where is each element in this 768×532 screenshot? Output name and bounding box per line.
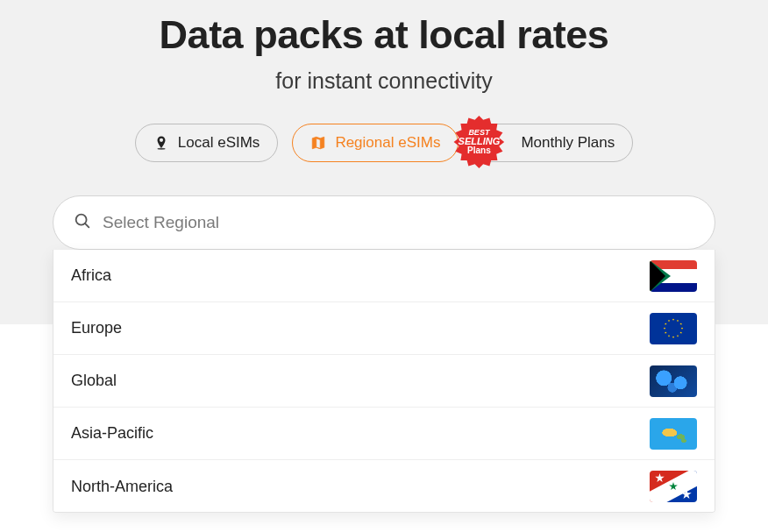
map-icon (310, 135, 326, 151)
tab-row: Local eSIMs Regional eSIMs BEST SELLING … (135, 124, 633, 162)
search-wrap: Africa Europe Global Asia-Pacific (53, 195, 715, 250)
region-label: Europe (71, 319, 122, 337)
region-label: Asia-Pacific (71, 424, 153, 443)
tab-label: Regional eSIMs (335, 134, 440, 152)
search-input[interactable] (103, 213, 695, 232)
region-option-asia-pacific[interactable]: Asia-Pacific (53, 408, 715, 460)
flag-north-america-icon (650, 471, 697, 502)
svg-point-0 (157, 148, 165, 150)
tab-label: Monthly Plans (521, 134, 615, 152)
region-option-africa[interactable]: Africa (53, 250, 715, 302)
page-title: Data packs at local rates (160, 12, 609, 58)
flag-asia-pacific-icon (650, 418, 697, 450)
region-dropdown[interactable]: Africa Europe Global Asia-Pacific (53, 250, 715, 513)
page-subtitle: for instant connectivity (275, 68, 492, 94)
tab-local-esims[interactable]: Local eSIMs (135, 124, 279, 162)
search-icon (73, 211, 92, 234)
region-option-north-america[interactable]: North-America (53, 460, 715, 513)
region-option-europe[interactable]: Europe (53, 302, 715, 355)
flag-south-africa-icon (650, 260, 697, 292)
badge-line3: Plans (467, 146, 491, 155)
region-label: Africa (71, 266, 111, 285)
flag-global-icon (650, 365, 697, 397)
best-selling-badge: BEST SELLING Plans (452, 116, 505, 168)
map-pin-icon (153, 135, 169, 151)
flag-eu-icon (650, 313, 697, 344)
page-container: Data packs at local rates for instant co… (0, 0, 768, 250)
tab-regional-esims[interactable]: Regional eSIMs (292, 124, 459, 162)
region-label: North-America (71, 478, 173, 496)
svg-line-2 (85, 223, 89, 227)
region-option-global[interactable]: Global (53, 355, 715, 408)
tab-label: Local eSIMs (178, 134, 260, 152)
region-label: Global (71, 372, 117, 390)
tab-monthly-plans[interactable]: BEST SELLING Plans Monthly Plans (473, 124, 633, 162)
search-box[interactable] (53, 195, 715, 250)
